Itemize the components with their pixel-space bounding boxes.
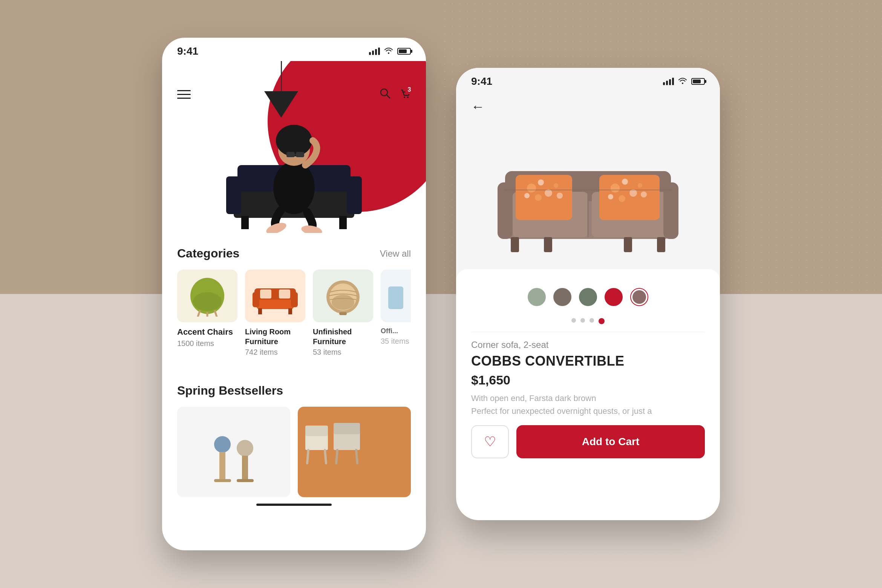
svg-point-12 bbox=[276, 125, 312, 156]
svg-rect-9 bbox=[339, 216, 347, 229]
category-count-office: 35 items bbox=[381, 337, 411, 346]
svg-point-76 bbox=[641, 191, 647, 198]
color-swatch-5[interactable] bbox=[630, 288, 648, 306]
status-time-right: 9:41 bbox=[471, 75, 492, 87]
svg-line-21 bbox=[215, 311, 217, 317]
bestsellers-grid bbox=[177, 407, 411, 497]
back-arrow-icon: ← bbox=[471, 99, 485, 114]
svg-line-44 bbox=[307, 450, 308, 463]
accent-chair-image bbox=[185, 275, 230, 317]
office-furniture-image bbox=[381, 275, 411, 317]
product-info-divider bbox=[471, 332, 705, 340]
svg-point-39 bbox=[237, 440, 253, 456]
svg-point-70 bbox=[611, 184, 620, 193]
hero-section: 3 bbox=[162, 61, 426, 234]
svg-rect-27 bbox=[260, 289, 271, 299]
living-room-image bbox=[249, 275, 302, 317]
svg-point-62 bbox=[527, 184, 536, 193]
product-price: $1,650 bbox=[471, 373, 705, 387]
wishlist-button[interactable]: ♡ bbox=[471, 425, 509, 458]
svg-rect-6 bbox=[226, 176, 241, 214]
svg-point-73 bbox=[619, 195, 625, 202]
status-icons-right bbox=[663, 77, 705, 86]
page-dots bbox=[471, 314, 705, 332]
svg-rect-25 bbox=[253, 292, 259, 307]
battery-icon-left bbox=[397, 48, 411, 55]
nav-icons: 3 bbox=[379, 87, 411, 101]
svg-point-36 bbox=[214, 436, 231, 453]
color-swatch-1[interactable] bbox=[528, 288, 546, 306]
cart-badge: 3 bbox=[405, 85, 414, 94]
category-count-living: 742 items bbox=[245, 348, 305, 357]
category-card-living-room[interactable]: Living Room Furniture 742 items bbox=[245, 270, 305, 357]
category-count-unfinished: 53 items bbox=[313, 348, 373, 357]
content-section: Categories View all bbox=[162, 234, 426, 497]
svg-point-65 bbox=[535, 194, 542, 201]
back-button[interactable]: ← bbox=[456, 91, 720, 122]
svg-rect-40 bbox=[242, 456, 248, 482]
signal-icon-left bbox=[369, 47, 380, 55]
svg-rect-13 bbox=[286, 152, 295, 157]
dot-3 bbox=[590, 318, 594, 323]
view-all-link[interactable]: View all bbox=[380, 248, 411, 259]
phones-container: 9:41 bbox=[162, 38, 720, 550]
phone-right: 9:41 ← bbox=[456, 68, 720, 520]
hamburger-menu[interactable] bbox=[177, 90, 191, 99]
svg-point-75 bbox=[638, 183, 642, 188]
status-bar-right: 9:41 bbox=[456, 68, 720, 91]
category-card-office[interactable]: Offi... 35 items bbox=[381, 270, 411, 357]
status-bar-left: 9:41 bbox=[162, 38, 426, 61]
category-card-unfinished[interactable]: Unfinished Furniture 53 items bbox=[313, 270, 373, 357]
wifi-icon-left bbox=[384, 47, 393, 56]
wifi-icon-right bbox=[678, 77, 687, 86]
category-name-living: Living Room Furniture bbox=[245, 327, 305, 346]
svg-rect-8 bbox=[241, 216, 249, 229]
svg-rect-28 bbox=[279, 289, 290, 299]
svg-rect-14 bbox=[296, 152, 304, 157]
svg-rect-35 bbox=[388, 286, 403, 309]
category-name-unfinished: Unfinished Furniture bbox=[313, 327, 373, 346]
svg-line-20 bbox=[198, 311, 200, 317]
add-to-cart-button[interactable]: Add to Cart bbox=[516, 425, 705, 458]
bestseller-card-stools[interactable] bbox=[177, 407, 290, 497]
categories-scroll: Accent Chairs 1500 items bbox=[177, 270, 411, 357]
product-detail-section: Corner sofa, 2-seat COBBS CONVERTIBLE $1… bbox=[456, 269, 720, 470]
color-swatch-3[interactable] bbox=[579, 288, 597, 306]
svg-rect-38 bbox=[214, 479, 231, 482]
categories-title: Categories bbox=[177, 247, 239, 260]
svg-line-49 bbox=[356, 450, 357, 463]
svg-line-45 bbox=[325, 450, 326, 463]
color-options bbox=[471, 280, 705, 314]
color-swatch-4[interactable] bbox=[605, 288, 623, 306]
svg-rect-41 bbox=[237, 479, 254, 482]
product-subtitle: Corner sofa, 2-seat bbox=[471, 340, 705, 350]
sofa-image bbox=[464, 130, 712, 273]
cart-icon-wrapper[interactable]: 3 bbox=[400, 88, 411, 101]
status-time-left: 9:41 bbox=[177, 45, 198, 57]
color-swatch-2[interactable] bbox=[553, 288, 571, 306]
battery-icon-right bbox=[691, 78, 705, 85]
bestseller-card-chairs[interactable] bbox=[298, 407, 411, 497]
categories-header: Categories View all bbox=[177, 234, 411, 260]
svg-rect-57 bbox=[511, 237, 519, 252]
category-name-accent: Accent Chairs bbox=[177, 327, 237, 338]
bestsellers-section: Spring Bestsellers bbox=[177, 372, 411, 497]
action-buttons: ♡ Add to Cart bbox=[471, 425, 705, 458]
bestsellers-title: Spring Bestsellers bbox=[177, 384, 283, 398]
svg-rect-59 bbox=[624, 237, 632, 252]
svg-point-66 bbox=[524, 193, 530, 198]
svg-rect-55 bbox=[498, 182, 513, 239]
svg-point-10 bbox=[273, 161, 315, 214]
svg-point-63 bbox=[538, 179, 544, 185]
bestsellers-header: Spring Bestsellers bbox=[177, 372, 411, 398]
sofa-svg bbox=[482, 137, 694, 265]
svg-rect-34 bbox=[339, 312, 347, 315]
category-count-accent: 1500 items bbox=[177, 339, 237, 348]
category-card-accent-chairs[interactable]: Accent Chairs 1500 items bbox=[177, 270, 237, 357]
search-icon[interactable] bbox=[379, 87, 390, 101]
svg-rect-29 bbox=[258, 308, 262, 314]
svg-rect-30 bbox=[288, 308, 292, 314]
product-description: Perfect for unexpected overnight quests,… bbox=[471, 406, 705, 416]
product-variant: With open end, Farsta dark brown bbox=[471, 394, 705, 403]
phone-left: 9:41 bbox=[162, 38, 426, 550]
